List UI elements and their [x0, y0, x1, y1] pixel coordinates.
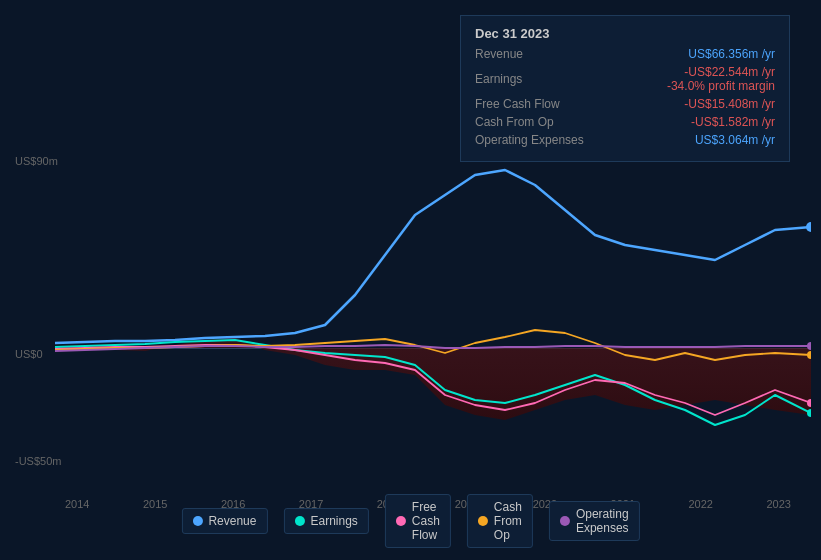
x-label-2023: 2023	[766, 498, 790, 510]
tooltip-label-fcf: Free Cash Flow	[475, 97, 595, 111]
legend-dot-revenue	[192, 516, 202, 526]
revenue-endpoint	[806, 222, 811, 232]
tooltip-label-revenue: Revenue	[475, 47, 595, 61]
legend-item-cashfromop: Cash From Op	[467, 494, 533, 548]
x-label-2014: 2014	[65, 498, 89, 510]
data-tooltip: Dec 31 2023 Revenue US$66.356m /yr Earni…	[460, 15, 790, 162]
legend-item-fcf: Free Cash Flow	[385, 494, 451, 548]
main-chart	[55, 155, 811, 465]
tooltip-label-cashfromop: Cash From Op	[475, 115, 595, 129]
tooltip-value-opex: US$3.064m /yr	[695, 133, 775, 147]
y-axis-label-top: US$90m	[15, 155, 58, 167]
legend-dot-opex	[560, 516, 570, 526]
legend-label-cashfromop: Cash From Op	[494, 500, 522, 542]
chart-legend: Revenue Earnings Free Cash Flow Cash Fro…	[181, 494, 639, 548]
legend-label-fcf: Free Cash Flow	[412, 500, 440, 542]
legend-item-revenue: Revenue	[181, 508, 267, 534]
tooltip-value-earnings: -US$22.544m /yr -34.0% profit margin	[667, 65, 775, 93]
tooltip-row-opex: Operating Expenses US$3.064m /yr	[475, 133, 775, 147]
legend-item-earnings: Earnings	[283, 508, 368, 534]
legend-label-opex: Operating Expenses	[576, 507, 629, 535]
legend-dot-fcf	[396, 516, 406, 526]
tooltip-value-fcf: -US$15.408m /yr	[684, 97, 775, 111]
tooltip-row-earnings: Earnings -US$22.544m /yr -34.0% profit m…	[475, 65, 775, 93]
legend-dot-cashfromop	[478, 516, 488, 526]
legend-dot-earnings	[294, 516, 304, 526]
x-label-2015: 2015	[143, 498, 167, 510]
y-axis-label-mid: US$0	[15, 348, 43, 360]
tooltip-label-earnings: Earnings	[475, 72, 595, 86]
tooltip-title: Dec 31 2023	[475, 26, 775, 41]
legend-label-earnings: Earnings	[310, 514, 357, 528]
legend-label-revenue: Revenue	[208, 514, 256, 528]
tooltip-row-cashfromop: Cash From Op -US$1.582m /yr	[475, 115, 775, 129]
tooltip-value-cashfromop: -US$1.582m /yr	[691, 115, 775, 129]
tooltip-value-revenue: US$66.356m /yr	[688, 47, 775, 61]
tooltip-label-opex: Operating Expenses	[475, 133, 595, 147]
legend-item-opex: Operating Expenses	[549, 501, 640, 541]
tooltip-row-fcf: Free Cash Flow -US$15.408m /yr	[475, 97, 775, 111]
revenue-line	[55, 170, 811, 343]
tooltip-row-revenue: Revenue US$66.356m /yr	[475, 47, 775, 61]
tooltip-earnings-margin: -34.0% profit margin	[667, 79, 775, 93]
x-label-2022: 2022	[689, 498, 713, 510]
